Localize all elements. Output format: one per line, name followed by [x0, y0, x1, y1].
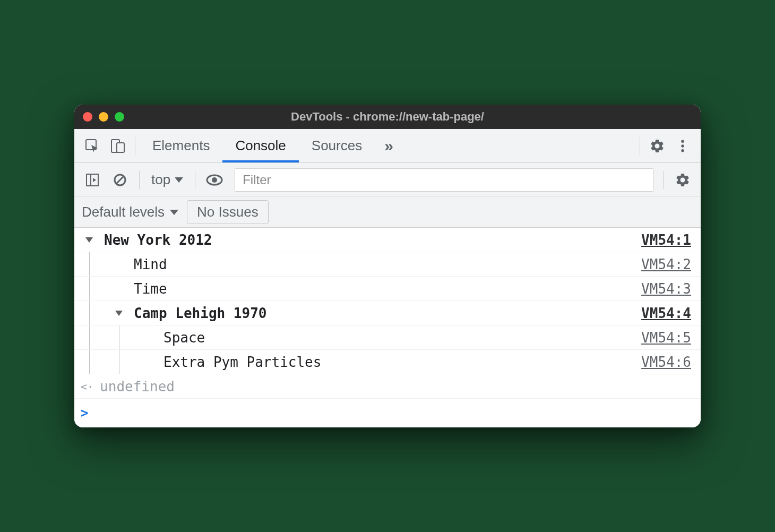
console-log: Time VM54:3 [74, 277, 701, 301]
svg-rect-6 [87, 174, 98, 186]
source-link[interactable]: VM54:4 [641, 305, 691, 321]
svg-rect-2 [117, 143, 124, 152]
disclosure-triangle-icon[interactable] [115, 311, 123, 316]
inspect-element-icon[interactable] [80, 133, 105, 159]
tab-elements[interactable]: Elements [140, 129, 222, 162]
devtools-window: DevTools - chrome://new-tab-page/ Elemen… [74, 105, 701, 427]
issues-button[interactable]: No Issues [187, 200, 269, 224]
execution-context-select[interactable]: top [146, 171, 188, 188]
divider [195, 171, 195, 189]
panel-tabs: Elements Console Sources » [140, 129, 403, 162]
log-levels-select[interactable]: Default levels [82, 204, 178, 220]
console-log: Extra Pym Particles VM54:6 [74, 350, 701, 374]
more-menu-icon[interactable] [670, 133, 695, 159]
source-link[interactable]: VM54:5 [641, 330, 691, 346]
svg-point-4 [681, 144, 684, 148]
window-title: DevTools - chrome://new-tab-page/ [291, 110, 484, 124]
console-settings-icon[interactable] [670, 167, 695, 193]
svg-line-9 [116, 176, 124, 184]
main-toolbar: Elements Console Sources » [74, 129, 701, 163]
console-result: <· undefined [74, 374, 701, 399]
console-group[interactable]: Camp Lehigh 1970 VM54:4 [74, 301, 701, 325]
divider [135, 137, 135, 155]
prompt-chevron-icon: > [81, 406, 88, 421]
console-output: New York 2012 VM54:1 Mind VM54:2 Time VM… [74, 228, 701, 427]
toggle-sidebar-icon[interactable] [80, 167, 105, 193]
levels-bar: Default levels No Issues [74, 197, 701, 228]
console-log: Mind VM54:2 [74, 252, 701, 277]
source-link[interactable]: VM54:2 [641, 256, 691, 272]
disclosure-triangle-icon[interactable] [85, 237, 93, 243]
log-message: Time [134, 281, 167, 297]
levels-label: Default levels [82, 204, 165, 220]
log-message: Mind [134, 256, 167, 272]
console-log: Space VM54:5 [74, 325, 701, 350]
context-label: top [151, 171, 170, 188]
minimize-button[interactable] [99, 112, 108, 122]
filter-input[interactable] [235, 168, 653, 192]
traffic-lights [83, 112, 124, 122]
clear-console-icon[interactable] [107, 167, 133, 193]
svg-point-11 [212, 177, 217, 183]
log-message: Extra Pym Particles [163, 354, 321, 370]
console-toolbar: top [74, 163, 701, 197]
console-prompt[interactable]: > [74, 399, 701, 427]
live-expression-icon[interactable] [202, 167, 227, 193]
device-toolbar-icon[interactable] [105, 133, 131, 159]
svg-point-5 [681, 149, 684, 152]
settings-icon[interactable] [644, 133, 670, 159]
titlebar: DevTools - chrome://new-tab-page/ [74, 105, 701, 129]
maximize-button[interactable] [115, 112, 124, 122]
svg-point-3 [681, 140, 684, 143]
divider [640, 137, 640, 155]
chevron-down-icon [170, 210, 178, 215]
source-link[interactable]: VM54:1 [641, 232, 691, 248]
tab-sources[interactable]: Sources [299, 129, 375, 162]
group-label: Camp Lehigh 1970 [134, 305, 266, 321]
tab-console[interactable]: Console [222, 129, 298, 162]
console-group[interactable]: New York 2012 VM54:1 [74, 228, 701, 252]
divider [139, 171, 140, 189]
chevron-down-icon [175, 177, 183, 183]
source-link[interactable]: VM54:6 [641, 354, 691, 370]
log-message: Space [163, 330, 205, 346]
return-arrow-icon: <· [81, 380, 93, 393]
result-value: undefined [100, 379, 175, 394]
group-label: New York 2012 [104, 232, 212, 248]
source-link[interactable]: VM54:3 [641, 281, 691, 297]
divider [663, 171, 664, 189]
close-button[interactable] [83, 112, 92, 122]
more-tabs-button[interactable]: » [375, 129, 403, 162]
